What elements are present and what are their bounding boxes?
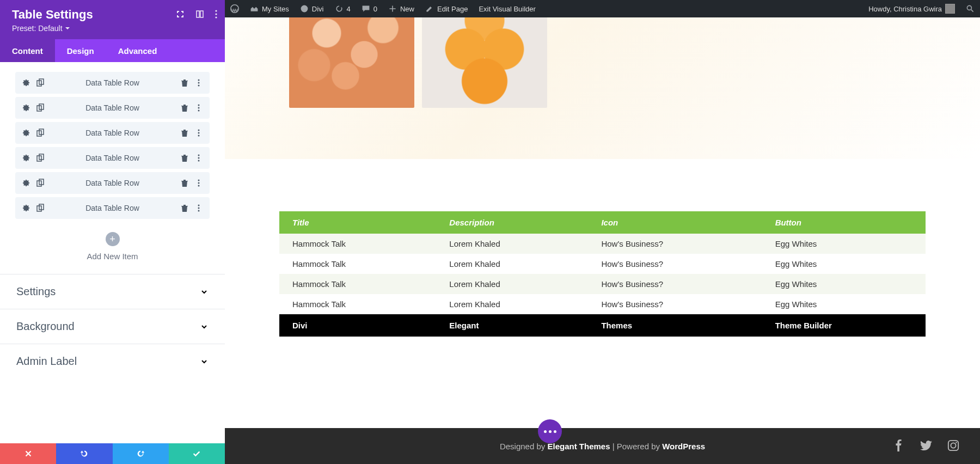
duplicate-icon[interactable] [36, 103, 45, 112]
more-icon[interactable] [194, 204, 203, 212]
redo-button[interactable] [113, 443, 169, 464]
facebook-icon[interactable] [893, 439, 905, 453]
more-icon[interactable] [194, 154, 203, 162]
divi-fab-button[interactable] [538, 419, 562, 443]
row-item[interactable]: Data Table Row [15, 122, 210, 144]
duplicate-icon[interactable] [36, 78, 45, 87]
expand-icon[interactable] [176, 10, 185, 21]
svg-point-17 [198, 110, 200, 112]
search-toggle[interactable] [960, 0, 980, 17]
duplicate-icon[interactable] [36, 179, 45, 187]
gear-icon[interactable] [22, 103, 30, 112]
table-footer-cell: Divi [279, 314, 436, 337]
footer-brand-link[interactable]: Elegant Themes [547, 442, 610, 451]
footer-wordpress-link[interactable]: WordPress [662, 442, 705, 451]
gear-icon[interactable] [22, 204, 30, 212]
section-toggle[interactable]: Settings [0, 274, 225, 309]
more-icon[interactable] [194, 78, 203, 87]
add-item-button[interactable]: + [106, 232, 120, 246]
updates-count: 4 [347, 5, 351, 13]
trash-icon[interactable] [180, 78, 189, 87]
duplicate-icon[interactable] [36, 129, 45, 137]
site-switcher[interactable]: Divi [295, 0, 329, 17]
trash-icon[interactable] [180, 179, 189, 187]
tab-design[interactable]: Design [55, 39, 106, 62]
svg-point-39 [951, 443, 955, 448]
svg-rect-3 [197, 11, 199, 17]
table-footer-cell: Elegant [436, 314, 588, 337]
section-title: Admin Label [16, 355, 77, 368]
table-row: Hammock TalkLorem KhaledHow's Business?E… [279, 274, 926, 294]
my-sites[interactable]: My Sites [244, 0, 295, 17]
exit-visual-builder[interactable]: Exit Visual Builder [473, 0, 541, 17]
save-button[interactable] [169, 443, 225, 464]
tab-advanced[interactable]: Advanced [106, 39, 169, 62]
table-cell: Hammock Talk [279, 294, 436, 314]
discard-button[interactable] [0, 443, 56, 464]
gear-icon[interactable] [22, 179, 30, 187]
row-item[interactable]: Data Table Row [15, 72, 210, 94]
comments-count: 0 [373, 5, 377, 13]
trash-icon[interactable] [180, 204, 189, 212]
comments[interactable]: 0 [356, 0, 383, 17]
more-icon[interactable] [215, 10, 217, 21]
panel-tabs: Content Design Advanced [0, 39, 225, 62]
user-greeting[interactable]: Howdy, Christina Gwira [863, 0, 960, 17]
trash-icon[interactable] [180, 154, 189, 162]
row-item[interactable]: Data Table Row [15, 197, 210, 219]
row-item[interactable]: Data Table Row [15, 97, 210, 119]
site-footer: Designed by Elegant Themes | Powered by … [225, 428, 980, 464]
updates[interactable]: 4 [329, 0, 356, 17]
svg-point-2 [967, 5, 971, 10]
row-label: Data Table Row [45, 129, 180, 137]
svg-point-16 [198, 107, 200, 109]
columns-icon[interactable] [195, 10, 204, 21]
wp-admin-bar: My Sites Divi 4 0 New Edit Page Exit Vis… [225, 0, 980, 17]
wp-logo[interactable] [225, 0, 244, 17]
hero-section [225, 17, 980, 159]
gear-icon[interactable] [22, 129, 30, 137]
chevron-down-icon [200, 288, 209, 296]
more-icon[interactable] [194, 103, 203, 112]
more-icon[interactable] [194, 179, 203, 187]
svg-rect-38 [948, 440, 958, 450]
tab-content[interactable]: Content [0, 39, 55, 62]
hero-image-peaches [289, 17, 414, 108]
hero-image-oranges [422, 17, 547, 108]
panel-body: Data Table RowData Table RowData Table R… [0, 62, 225, 443]
duplicate-icon[interactable] [36, 204, 45, 212]
svg-rect-4 [200, 11, 203, 17]
row-item[interactable]: Data Table Row [15, 147, 210, 169]
trash-icon[interactable] [180, 103, 189, 112]
new-content[interactable]: New [383, 0, 420, 17]
undo-button[interactable] [56, 443, 112, 464]
preset-dropdown[interactable]: Preset: Default [12, 24, 213, 33]
caret-down-icon [65, 26, 70, 31]
gear-icon[interactable] [22, 154, 30, 162]
row-item[interactable]: Data Table Row [15, 172, 210, 194]
gear-icon[interactable] [22, 78, 30, 87]
row-label: Data Table Row [45, 103, 180, 112]
svg-point-32 [198, 185, 200, 187]
svg-point-7 [215, 16, 217, 18]
trash-icon[interactable] [180, 129, 189, 137]
table-row: Hammock TalkLorem KhaledHow's Business?E… [279, 254, 926, 274]
data-table: TitleDescriptionIconButton Hammock TalkL… [279, 211, 926, 337]
table-row: Hammock TalkLorem KhaledHow's Business?E… [279, 294, 926, 314]
edit-page[interactable]: Edit Page [420, 0, 473, 17]
duplicate-icon[interactable] [36, 154, 45, 162]
more-icon[interactable] [194, 129, 203, 137]
section-toggle[interactable]: Background [0, 309, 225, 344]
new-label: New [400, 5, 414, 13]
twitter-icon[interactable] [920, 439, 932, 453]
svg-point-37 [198, 210, 200, 212]
svg-point-36 [198, 207, 200, 209]
section-toggle[interactable]: Admin Label [0, 344, 225, 378]
svg-point-25 [198, 155, 200, 156]
instagram-icon[interactable] [947, 439, 959, 453]
table-cell: Egg Whites [762, 294, 926, 314]
table-cell: Lorem Khaled [436, 234, 588, 254]
page-canvas: TitleDescriptionIconButton Hammock TalkL… [225, 17, 980, 464]
section-title: Settings [16, 285, 56, 298]
row-label: Data Table Row [45, 179, 180, 187]
